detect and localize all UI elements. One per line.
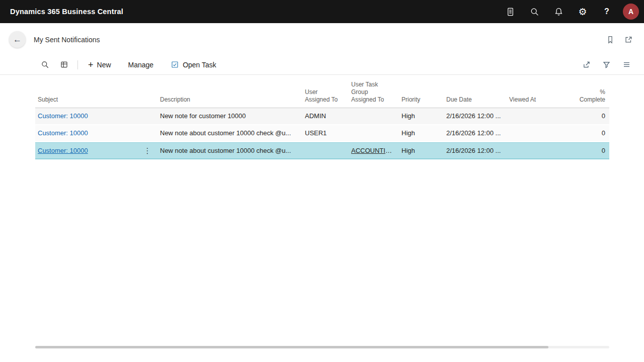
subject-link[interactable]: Customer: 10000 [38, 125, 88, 141]
cell-priority: High [397, 125, 442, 141]
subject-link[interactable]: Customer: 10000 [38, 143, 88, 159]
cell-priority: High [397, 143, 442, 159]
open-in-new-window-icon[interactable] [623, 34, 634, 45]
horizontal-scrollbar-thumb[interactable] [35, 346, 548, 348]
manage-button-label: Manage [128, 61, 154, 69]
user-avatar[interactable]: A [623, 4, 639, 20]
cell-description: New note for customer 10000 [156, 108, 301, 124]
cell-subject: Customer: 10000 [35, 108, 156, 124]
analysis-grid-icon[interactable] [56, 57, 71, 72]
help-icon[interactable]: ? [595, 0, 619, 23]
cell-description: New note about customer 10000 check @u..… [156, 143, 301, 159]
cell-user-task-group: ACCOUNTING [347, 143, 397, 159]
notifications-icon[interactable] [546, 0, 571, 23]
user-task-group-link[interactable]: ACCOUNTING [351, 147, 395, 154]
cell-subject: Customer: 10000 [35, 125, 156, 141]
table-row[interactable]: Customer: 10000 New note for customer 10… [35, 108, 609, 125]
new-button[interactable]: + New [83, 57, 116, 72]
cell-priority: High [397, 108, 442, 124]
cell-percent-complete: 0 [569, 143, 609, 159]
cell-description: New note about customer 10000 check @u..… [156, 125, 301, 141]
toolbar-right-actions [579, 57, 634, 72]
top-bar-actions: ⚙ ? A [498, 0, 639, 23]
cell-due-date: 2/16/2026 12:00 ... [442, 125, 505, 141]
search-icon[interactable] [522, 0, 546, 23]
back-button[interactable]: ← [9, 31, 26, 48]
cell-user-assigned-to: ADMIN [301, 108, 347, 124]
notifications-table: Subject Description User Assigned To Use… [35, 75, 609, 159]
action-toolbar: + New Manage Open Task [0, 55, 644, 75]
page-header: ← My Sent Notifications [0, 23, 644, 55]
manage-button[interactable]: Manage [123, 57, 159, 72]
open-task-button[interactable]: Open Task [166, 57, 221, 72]
open-task-icon [171, 60, 179, 69]
report-icon[interactable] [498, 0, 522, 23]
new-button-label: New [97, 61, 111, 69]
list-view-icon[interactable] [619, 57, 634, 72]
search-list-icon[interactable] [37, 57, 52, 72]
top-bar: Dynamics 365 Business Central ⚙ ? A [0, 0, 644, 23]
column-header-viewed-at[interactable]: Viewed At [505, 96, 569, 108]
column-header-subject[interactable]: Subject [35, 96, 156, 108]
table-row-selected[interactable]: Customer: 10000 ⋮ New note about custome… [35, 142, 609, 159]
settings-icon[interactable]: ⚙ [571, 0, 595, 23]
column-header-description[interactable]: Description [156, 96, 301, 108]
cell-user-assigned-to: USER1 [301, 125, 347, 141]
table-row[interactable]: Customer: 10000 New note about customer … [35, 125, 609, 142]
page-title: My Sent Notifications [34, 36, 100, 44]
cell-subject: Customer: 10000 ⋮ [35, 143, 156, 159]
share-icon[interactable] [579, 57, 594, 72]
cell-percent-complete: 0 [569, 108, 609, 124]
column-header-user-task-group[interactable]: User Task Group Assigned To [347, 81, 397, 108]
table-header-row: Subject Description User Assigned To Use… [35, 75, 609, 108]
filter-icon[interactable] [599, 57, 614, 72]
page-header-actions [605, 34, 634, 45]
column-header-priority[interactable]: Priority [397, 96, 442, 108]
app-title: Dynamics 365 Business Central [10, 8, 123, 16]
cell-due-date: 2/16/2026 12:00 ... [442, 143, 505, 159]
cell-due-date: 2/16/2026 12:00 ... [442, 108, 505, 124]
column-header-due-date[interactable]: Due Date [442, 96, 505, 108]
open-task-label: Open Task [183, 61, 216, 69]
horizontal-scrollbar-track[interactable] [35, 346, 609, 348]
row-options-ellipsis-icon[interactable]: ⋮ [143, 143, 152, 159]
column-header-percent-complete[interactable]: % Complete [569, 88, 609, 108]
bookmark-icon[interactable] [605, 34, 616, 45]
toolbar-divider [77, 60, 78, 69]
subject-link[interactable]: Customer: 10000 [38, 108, 88, 124]
cell-percent-complete: 0 [569, 125, 609, 141]
column-header-user-assigned-to[interactable]: User Assigned To [301, 88, 347, 108]
plus-icon: + [88, 60, 94, 69]
